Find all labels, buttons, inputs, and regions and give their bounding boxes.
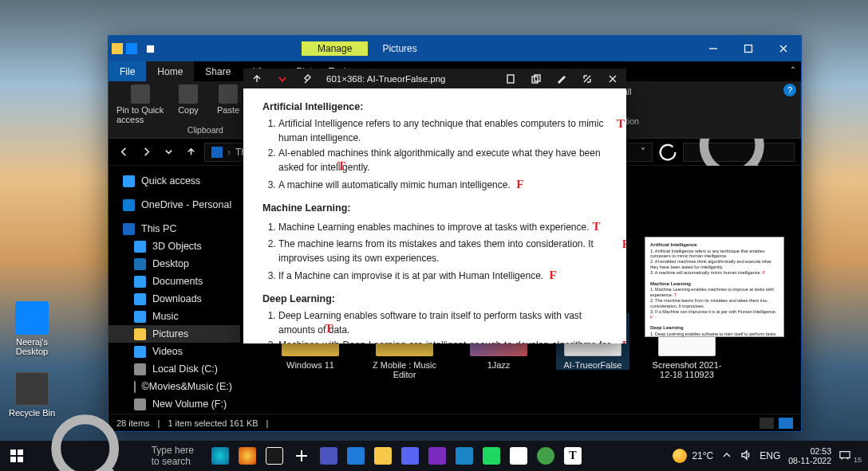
section-heading: Machine Learning: bbox=[262, 202, 350, 214]
sidebar-item-documents[interactable]: Documents bbox=[108, 273, 240, 290]
taskbar: Type here to search T 21°C ENG 02:53 08-… bbox=[0, 441, 868, 471]
tab-home[interactable]: Home bbox=[146, 61, 194, 81]
prev-delete-icon[interactable] bbox=[275, 72, 290, 86]
refresh-button[interactable] bbox=[657, 142, 678, 163]
address-dropdown-icon[interactable]: ˅ bbox=[641, 147, 645, 158]
close-button[interactable] bbox=[766, 36, 801, 61]
taskbar-app-chrome[interactable] bbox=[506, 443, 531, 469]
sidebar-item-downloads[interactable]: Downloads bbox=[108, 290, 240, 308]
tray-chevron-icon[interactable] bbox=[721, 449, 732, 463]
sidebar-item-music[interactable]: Music bbox=[108, 308, 240, 325]
doc-line: Artificial Intelligence refers to any te… bbox=[278, 116, 610, 145]
tab-share[interactable]: Share bbox=[194, 61, 242, 81]
doc-line: Machines with Deep Learning are intellig… bbox=[278, 338, 610, 343]
svg-rect-0 bbox=[146, 45, 153, 52]
sidebar-item-disk-c[interactable]: Local Disk (C:) bbox=[108, 360, 240, 378]
prev-arrow-up-icon[interactable] bbox=[250, 72, 264, 86]
section-heading: Deep Learning: bbox=[262, 293, 335, 304]
start-button[interactable] bbox=[0, 441, 34, 471]
search-input[interactable] bbox=[683, 143, 795, 162]
nav-back-button[interactable] bbox=[115, 143, 132, 161]
sidebar-item-thispc[interactable]: This PC bbox=[108, 220, 240, 237]
qa-divider-icon bbox=[163, 39, 182, 58]
taskbar-app-diya[interactable] bbox=[235, 443, 260, 469]
view-large-icons-button[interactable] bbox=[779, 418, 793, 429]
sidebar-item-pictures[interactable]: Pictures bbox=[108, 325, 240, 343]
pc-icon bbox=[211, 147, 223, 158]
tray-notifications-icon[interactable] bbox=[839, 449, 850, 463]
ribbon-label: Paste bbox=[217, 105, 239, 115]
prev-pin-icon[interactable] bbox=[301, 72, 315, 86]
svg-point-6 bbox=[56, 419, 114, 471]
sidebar-item-videos[interactable]: Videos bbox=[108, 343, 240, 360]
status-selection: 1 item selected 161 KB bbox=[168, 418, 258, 428]
doc-line: AI-enabled machines think algorithmicall… bbox=[278, 146, 610, 175]
qa-save-icon[interactable] bbox=[140, 39, 160, 58]
tab-file[interactable]: File bbox=[108, 61, 146, 81]
doc-line: If a Machine can improvise it is at par … bbox=[278, 266, 610, 285]
sidebar-item-disk-e[interactable]: ©Movies&Music (E:) bbox=[108, 378, 240, 395]
minimize-button[interactable] bbox=[696, 36, 731, 61]
prev-note-icon[interactable] bbox=[503, 72, 518, 86]
fragment-label: tion bbox=[625, 116, 639, 126]
prev-copy-icon[interactable] bbox=[529, 72, 543, 86]
nav-up-button[interactable] bbox=[182, 143, 199, 161]
context-tab-manage[interactable]: Manage bbox=[302, 41, 368, 56]
titlebar: Manage Pictures bbox=[108, 36, 801, 61]
tray-volume-icon[interactable] bbox=[740, 449, 752, 463]
ribbon-collapse-icon[interactable]: ˆ bbox=[791, 66, 795, 77]
nav-forward-button[interactable] bbox=[137, 143, 155, 161]
search-placeholder: Type here to search bbox=[152, 445, 204, 467]
taskbar-search[interactable]: Type here to search bbox=[34, 441, 204, 471]
moon-icon bbox=[673, 449, 687, 463]
ribbon-label: Pin to Quick access bbox=[116, 105, 164, 124]
doc-line: The machine learns from its mistakes and… bbox=[278, 237, 610, 265]
help-button[interactable]: ? bbox=[783, 84, 796, 96]
clock-time: 02:53 bbox=[788, 446, 831, 456]
context-tab-label: Pictures bbox=[368, 43, 431, 54]
preview-title: 601×368: AI-TrueorFalse.png bbox=[326, 74, 492, 84]
taskbar-app-taskview[interactable] bbox=[289, 443, 314, 469]
sidebar-item-desktop[interactable]: Desktop bbox=[108, 255, 240, 273]
sidebar-item-3d[interactable]: 3D Objects bbox=[108, 237, 240, 255]
paste-button[interactable]: Paste bbox=[212, 84, 244, 115]
taskbar-app-store[interactable] bbox=[343, 443, 369, 469]
taskbar-app-peacock[interactable] bbox=[207, 443, 233, 469]
tray-lang[interactable]: ENG bbox=[760, 450, 780, 461]
preview-toolbar: 601×368: AI-TrueorFalse.png bbox=[243, 69, 626, 88]
taskbar-app-explorer[interactable] bbox=[370, 443, 396, 469]
sidebar-item-quick-access[interactable]: Quick access bbox=[108, 172, 240, 190]
desktop-icon-folder[interactable]: Neeraj's Desktop bbox=[5, 301, 59, 356]
svg-rect-7 bbox=[840, 451, 850, 457]
app-icon bbox=[112, 43, 123, 54]
copy-button[interactable]: Copy bbox=[172, 84, 204, 115]
taskbar-app-spotify[interactable] bbox=[479, 443, 504, 469]
image-preview-pane: Artificial Intelligence: Artificial Inte… bbox=[243, 88, 626, 343]
weather-widget[interactable]: 21°C bbox=[673, 449, 713, 463]
section-heading: Artificial Intelligence: bbox=[262, 101, 363, 112]
taskbar-app-edge[interactable] bbox=[452, 443, 477, 469]
view-details-button[interactable] bbox=[760, 418, 774, 429]
doc-line: Machine Learning enables machines to imp… bbox=[278, 218, 610, 236]
taskbar-app-cortana[interactable] bbox=[262, 443, 287, 469]
nav-pane: Quick access OneDrive - Personal This PC… bbox=[108, 166, 240, 414]
prev-close-icon[interactable] bbox=[606, 72, 620, 86]
taskbar-app-onenote[interactable] bbox=[424, 443, 450, 469]
tray-clock[interactable]: 02:53 08-11-2022 bbox=[788, 446, 831, 465]
sidebar-item-onedrive[interactable]: OneDrive - Personal bbox=[108, 196, 240, 214]
prev-expand-icon[interactable] bbox=[580, 72, 594, 86]
tray-notif-count: 15 bbox=[854, 456, 862, 464]
taskbar-app-discord[interactable] bbox=[397, 443, 423, 469]
svg-rect-3 bbox=[507, 75, 514, 83]
system-tray: 21°C ENG 02:53 08-11-2022 15 bbox=[673, 446, 868, 465]
taskbar-app-teams[interactable] bbox=[316, 443, 341, 469]
prev-edit-icon[interactable] bbox=[554, 72, 569, 86]
nav-recent-button[interactable] bbox=[160, 143, 177, 161]
taskbar-app-typora[interactable]: T bbox=[560, 443, 586, 469]
svg-rect-1 bbox=[745, 45, 752, 53]
desktop-icon-label: Neeraj's Desktop bbox=[16, 337, 48, 356]
maximize-button[interactable] bbox=[731, 36, 766, 61]
pin-to-quick-access-button[interactable]: Pin to Quick access bbox=[116, 84, 164, 124]
preview-navigator-thumb[interactable]: Artificial Intelligence1. Artificial Int… bbox=[645, 237, 784, 337]
taskbar-app-chrome-dev[interactable] bbox=[533, 443, 558, 469]
